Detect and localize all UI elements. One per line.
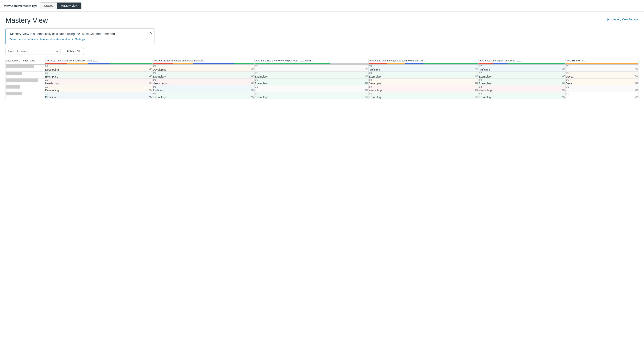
visibility-toggle-icon[interactable]	[365, 82, 368, 85]
visibility-toggle-icon[interactable]	[562, 82, 566, 85]
visibility-toggle-icon[interactable]	[634, 68, 638, 72]
cell-fraction: 1/1	[255, 92, 368, 95]
visibility-toggle-icon[interactable]	[475, 88, 478, 92]
cell-status: Needs Impr...	[153, 82, 169, 85]
data-cell-r4-c4: 2/2Exemplary...	[478, 92, 566, 99]
mastery-view-settings-link[interactable]: Mastery View Settings	[606, 18, 638, 21]
cell-fraction: 2/2	[45, 72, 152, 74]
svg-point-25	[252, 96, 253, 97]
visibility-toggle-icon[interactable]	[475, 68, 478, 72]
col-desc-col5: use digital resources (e.g....	[491, 59, 523, 62]
visibility-toggle-icon[interactable]	[634, 82, 638, 85]
visibility-toggle-icon[interactable]	[365, 88, 368, 92]
mastery-table: Last name ▲ , First name 3-5.CC.1. use d…	[6, 59, 638, 99]
tab-grades[interactable]: Grades	[40, 2, 57, 9]
svg-point-20	[366, 90, 367, 90]
cell-status: Exemplary	[45, 75, 58, 78]
cell-status: Proficient	[368, 68, 380, 71]
cell-status: Exemplary...	[255, 96, 270, 99]
table-row: ████ ████2/2Proficient...1/1Exemplary...…	[6, 92, 638, 99]
visibility-toggle-icon[interactable]	[251, 96, 254, 99]
student-name-cell: ████ ███	[6, 86, 45, 92]
data-cell-r0-c1: 1/1Developing	[152, 64, 254, 72]
toolbar: Publish All	[6, 48, 638, 55]
col-desc-col3: use a variety of digital tools (e.g., wo…	[267, 59, 313, 62]
cell-status: Exemplary...	[368, 96, 384, 99]
cell-status: -	[255, 68, 256, 71]
cell-status: Developing	[45, 68, 59, 71]
tab-mastery[interactable]: Mastery View	[57, 2, 82, 9]
search-input[interactable]	[8, 50, 55, 53]
cell-fraction: 1/2	[478, 86, 566, 88]
col-code-col3: PK-2.CI.1.	[255, 59, 267, 62]
cell-status: Developing	[368, 82, 382, 85]
svg-point-18	[150, 90, 152, 90]
visibility-toggle-icon[interactable]	[149, 96, 152, 99]
visibility-toggle-icon[interactable]	[562, 88, 566, 92]
table-row: ████ ████2/2Exemplary1/1Exemplary1/1Exem…	[6, 72, 638, 78]
visibility-toggle-icon[interactable]	[365, 68, 368, 72]
visibility-toggle-icon[interactable]	[634, 96, 638, 99]
svg-point-3	[476, 69, 477, 70]
visibility-toggle-icon[interactable]	[562, 68, 566, 72]
data-cell-r2-c5: 1/1Deve...	[566, 78, 638, 86]
data-cell-r1-c2: 1/1Exemplary	[254, 72, 368, 78]
visibility-toggle-icon[interactable]	[365, 75, 368, 78]
cell-fraction: 1/1	[153, 78, 254, 81]
visibility-toggle-icon[interactable]	[251, 82, 254, 85]
cell-fraction: 0/1	[255, 86, 368, 88]
publish-all-button[interactable]: Publish All	[63, 48, 84, 55]
student-name-cell: ██████████ ████	[6, 64, 45, 72]
banner-link[interactable]: View method details or change calculatio…	[10, 38, 85, 41]
cell-fraction: 1/1	[153, 72, 254, 74]
cell-fraction: 1/1	[153, 92, 254, 95]
visibility-toggle-icon[interactable]	[475, 96, 478, 99]
col-code-col5: PK-2.CT.2.	[478, 59, 491, 62]
visibility-toggle-icon[interactable]	[562, 96, 566, 99]
visibility-toggle-icon[interactable]	[251, 75, 254, 78]
name-column-header[interactable]: Last name ▲ , First name	[6, 59, 45, 65]
data-cell-r3-c5: 0/1-	[566, 86, 638, 92]
color-bar-col1	[45, 63, 152, 64]
close-banner-button[interactable]: ✕	[149, 31, 152, 34]
visibility-toggle-icon[interactable]	[562, 75, 566, 78]
data-cell-r3-c4: 1/2Needs Impr...	[478, 86, 566, 92]
visibility-toggle-icon[interactable]	[251, 68, 254, 72]
visibility-toggle-icon[interactable]	[149, 82, 152, 85]
cell-status: Exemplary	[478, 82, 492, 85]
data-cell-r4-c1: 1/1Exemplary...	[152, 92, 254, 99]
visibility-toggle-icon[interactable]	[149, 75, 152, 78]
cell-status: Exemplary...	[478, 96, 494, 99]
visibility-toggle-icon[interactable]	[149, 68, 152, 72]
cell-status: Proficient	[478, 68, 490, 71]
cell-fraction: 2/2	[45, 86, 152, 88]
visibility-toggle-icon[interactable]	[251, 88, 254, 92]
svg-point-2	[366, 69, 367, 70]
visibility-toggle-icon[interactable]	[634, 75, 638, 78]
cell-fraction: 0/1	[566, 86, 638, 88]
svg-point-13	[252, 83, 253, 84]
settings-link-text: Mastery View Settings	[612, 18, 638, 21]
student-name: ████ ████	[6, 92, 22, 96]
visibility-toggle-icon[interactable]	[475, 75, 478, 78]
svg-point-6	[150, 76, 152, 77]
visibility-toggle-icon[interactable]	[634, 88, 638, 92]
color-bar-col6	[566, 63, 638, 64]
data-cell-r0-c4: 1/2Proficient	[478, 64, 566, 72]
student-name: ██████████ ████	[6, 65, 34, 68]
visibility-toggle-icon[interactable]	[365, 96, 368, 99]
visibility-toggle-icon[interactable]	[149, 88, 152, 92]
data-cell-r3-c1: 1/1Proficient	[152, 86, 254, 92]
cell-status: Needs Impr...	[368, 89, 385, 92]
svg-point-4	[563, 69, 564, 70]
mastery-table-wrap: Last name ▲ , First name 3-5.CC.1. use d…	[6, 59, 638, 99]
data-cell-r2-c2: 1/1Exemplary	[254, 78, 368, 86]
svg-point-23	[636, 90, 637, 90]
table-row: ████████ ████████2/2Needs Impr...1/1Need…	[6, 78, 638, 86]
search-icon	[55, 50, 58, 54]
cell-fraction: 2/2	[478, 92, 566, 95]
cell-status: -	[566, 68, 567, 71]
visibility-toggle-icon[interactable]	[475, 82, 478, 85]
cell-fraction: 3/3	[368, 92, 478, 95]
cell-fraction: 2/3	[368, 65, 478, 68]
